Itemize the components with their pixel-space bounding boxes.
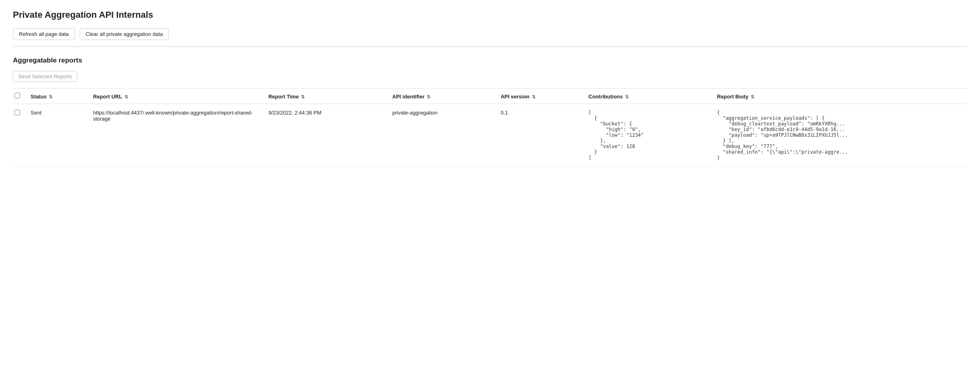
header-api-version[interactable]: API version bbox=[496, 89, 583, 104]
cell-api-version: 0.1 bbox=[496, 104, 583, 167]
table-body: Senthttps://localhost:4437/.well-known/p… bbox=[13, 104, 967, 167]
section-title: Aggregatable reports bbox=[13, 56, 967, 65]
header-checkbox-cell bbox=[13, 89, 26, 104]
clear-button[interactable]: Clear all private aggregation data bbox=[80, 28, 169, 40]
refresh-button[interactable]: Refresh all page data bbox=[13, 28, 75, 40]
cell-api-identifier: private-aggregation bbox=[388, 104, 496, 167]
cell-contributions: [ { "bucket": { "high": "0", "low": "123… bbox=[583, 104, 712, 167]
send-reports-button[interactable]: Send Selected Reports bbox=[13, 71, 77, 82]
divider bbox=[13, 46, 967, 47]
page-title: Private Aggregation API Internals bbox=[13, 10, 967, 20]
header-api-identifier[interactable]: API identifier bbox=[388, 89, 496, 104]
row-checkbox[interactable] bbox=[15, 110, 20, 115]
cell-status: Sent bbox=[26, 104, 88, 167]
cell-report-url: https://localhost:4437/.well-known/priva… bbox=[88, 104, 264, 167]
cell-report-body: { "aggregation_service_payloads": [ { "d… bbox=[712, 104, 967, 167]
header-status[interactable]: Status bbox=[26, 89, 88, 104]
header-report-time[interactable]: Report Time bbox=[264, 89, 388, 104]
toolbar: Refresh all page data Clear all private … bbox=[13, 28, 967, 40]
header-contributions[interactable]: Contributions bbox=[583, 89, 712, 104]
header-report-body[interactable]: Report Body bbox=[712, 89, 967, 104]
reports-table: Status Report URL Report Time API identi… bbox=[13, 88, 967, 167]
table-header-row: Status Report URL Report Time API identi… bbox=[13, 89, 967, 104]
table-row: Senthttps://localhost:4437/.well-known/p… bbox=[13, 104, 967, 167]
cell-report-time: 9/23/2022, 2:44:36 PM bbox=[264, 104, 388, 167]
header-report-url[interactable]: Report URL bbox=[88, 89, 264, 104]
select-all-checkbox[interactable] bbox=[15, 93, 20, 98]
